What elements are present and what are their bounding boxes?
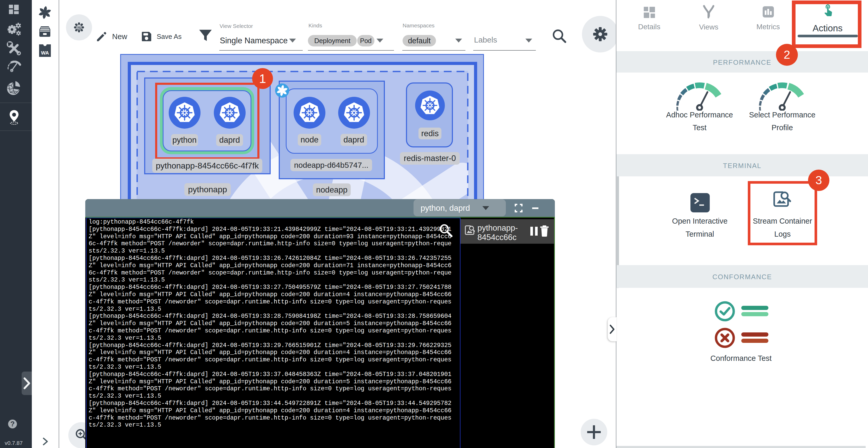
svg-text:WA: WA (41, 50, 49, 56)
